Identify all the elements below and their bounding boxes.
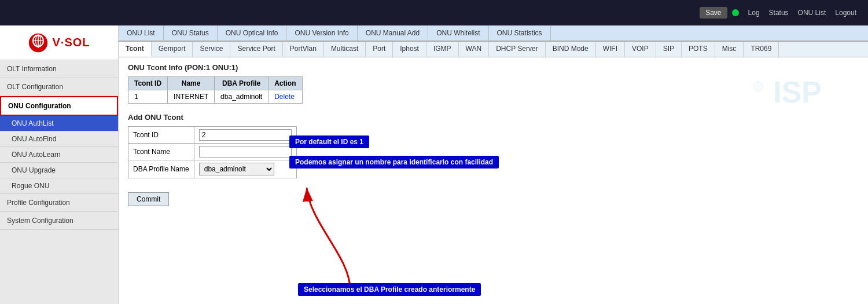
save-button[interactable]: Save: [700, 7, 727, 19]
tab-port[interactable]: Port: [366, 42, 393, 57]
annotation-1: Por default el ID es 1: [289, 137, 315, 146]
tab-onu-statistics[interactable]: ONU Statistics: [489, 25, 551, 41]
info-section-title: ONU Tcont Info (PON:1 ONU:1): [128, 63, 859, 72]
top-tab-bar: ONU List ONU Status ONU Optical Info ONU…: [119, 25, 868, 42]
tab-onu-version-info[interactable]: ONU Version Info: [286, 25, 357, 41]
commit-button[interactable]: Commit: [128, 192, 169, 206]
table-row: 1 INTERNET dba_adminolt Delete: [128, 90, 303, 104]
bubble-2: Podemos asignar un nombre para identific…: [289, 156, 499, 169]
tab-onu-optical-info[interactable]: ONU Optical Info: [218, 25, 287, 41]
tab-bind-mode[interactable]: BIND Mode: [546, 42, 596, 57]
cell-dba-profile: dba_adminolt: [215, 90, 269, 104]
isp-watermark: ISP: [746, 75, 822, 109]
brand-name: V·SOL: [52, 36, 90, 49]
vsol-logo-icon: [28, 32, 49, 53]
logo-area: V·SOL: [0, 25, 118, 60]
status-indicator: [732, 9, 739, 16]
label-tcont-id: Tcont ID: [128, 127, 194, 144]
add-section-title: Add ONU Tcont: [128, 113, 859, 122]
tab-portvlan[interactable]: PortVlan: [283, 42, 324, 57]
tab-voip[interactable]: VOIP: [625, 42, 656, 57]
top-bar: Save Log Status ONU List Logout: [0, 0, 868, 25]
dba-profile-select[interactable]: dba_adminolt: [199, 163, 274, 175]
sidebar-sub-item-upgrade[interactable]: ONU Upgrade: [0, 163, 118, 178]
col-name: Name: [168, 77, 215, 90]
bubble-3: Seleccionamos el DBA Profile creado ante…: [298, 283, 481, 296]
tab-sip[interactable]: SIP: [656, 42, 682, 57]
sidebar-item-olt-info[interactable]: OLT Information: [0, 60, 118, 78]
label-dba-profile: DBA Profile Name: [128, 160, 194, 178]
tab-iphost[interactable]: Iphost: [393, 42, 426, 57]
sidebar-item-olt-config[interactable]: OLT Configuration: [0, 78, 118, 96]
save-area: Save: [700, 7, 738, 19]
tab-gemport[interactable]: Gemport: [152, 42, 193, 57]
tab-multicast[interactable]: Multicast: [324, 42, 366, 57]
tab-onu-manual-add[interactable]: ONU Manual Add: [358, 25, 428, 41]
sidebar-sub-item-authlist[interactable]: ONU AuthList: [0, 116, 118, 131]
sidebar-item-profile-config[interactable]: Profile Configuration: [0, 194, 118, 212]
tcont-name-input[interactable]: [199, 146, 292, 158]
sidebar: V·SOL OLT Information OLT Configuration …: [0, 25, 119, 304]
tab-wan[interactable]: WAN: [459, 42, 490, 57]
col-tcont-id: Tcont ID: [128, 77, 168, 90]
content-area: ISP ONU Tcont Info (PON:1 ONU:1) Tcont I…: [119, 57, 868, 304]
cell-tcont-id: 1: [128, 90, 168, 104]
sidebar-sub-item-autolearn[interactable]: ONU AutoLearn: [0, 147, 118, 163]
form-row-tcont-name: Tcont Name: [128, 144, 297, 160]
delete-link[interactable]: Delete: [274, 93, 295, 101]
tab-misc[interactable]: Misc: [715, 42, 744, 57]
cell-name: INTERNET: [168, 90, 215, 104]
main-layout: V·SOL OLT Information OLT Configuration …: [0, 25, 868, 304]
col-dba-profile: DBA Profile: [215, 77, 269, 90]
sidebar-sub-item-rogue[interactable]: Rogue ONU: [0, 178, 118, 194]
tab-dhcp-server[interactable]: DHCP Server: [489, 42, 545, 57]
tab-pots[interactable]: POTS: [682, 42, 715, 57]
tab-onu-whitelist[interactable]: ONU Whitelist: [428, 25, 488, 41]
svg-point-5: [753, 82, 763, 91]
sidebar-sub-item-autofind[interactable]: ONU AutoFind: [0, 131, 118, 147]
second-tab-bar: Tcont Gemport Service Service Port PortV…: [119, 42, 868, 57]
svg-point-7: [756, 82, 760, 91]
tab-tr069[interactable]: TR069: [744, 42, 779, 57]
tab-onu-status[interactable]: ONU Status: [164, 25, 218, 41]
tab-service[interactable]: Service: [193, 42, 230, 57]
col-action: Action: [269, 77, 302, 90]
logout-link[interactable]: Logout: [835, 9, 856, 17]
sidebar-item-system-config[interactable]: System Configuration: [0, 212, 118, 230]
bubble-1: Por default el ID es 1: [289, 135, 369, 148]
tab-onu-list[interactable]: ONU List: [119, 25, 164, 41]
cell-action: Delete: [269, 90, 302, 104]
tab-tcont[interactable]: Tcont: [119, 42, 152, 57]
add-tcont-form: Tcont ID Tcont Name DBA Profile Name: [128, 126, 297, 178]
tab-igmp[interactable]: IGMP: [426, 42, 459, 57]
tab-wifi[interactable]: WIFI: [596, 42, 625, 57]
form-row-dba-profile: DBA Profile Name dba_adminolt: [128, 160, 297, 178]
tab-service-port[interactable]: Service Port: [230, 42, 282, 57]
tcont-id-input[interactable]: [199, 129, 292, 141]
label-tcont-name: Tcont Name: [128, 144, 194, 160]
log-link[interactable]: Log: [748, 9, 760, 17]
form-row-tcont-id: Tcont ID: [128, 127, 297, 144]
onu-list-link[interactable]: ONU List: [798, 9, 826, 17]
annotation-2: Podemos asignar un nombre para identific…: [289, 158, 315, 167]
tcont-info-table: Tcont ID Name DBA Profile Action 1 INTER…: [128, 76, 303, 104]
sidebar-item-onu-config[interactable]: ONU Configuration: [0, 96, 118, 116]
status-link[interactable]: Status: [769, 9, 789, 17]
main-content: ONU List ONU Status ONU Optical Info ONU…: [119, 25, 868, 304]
